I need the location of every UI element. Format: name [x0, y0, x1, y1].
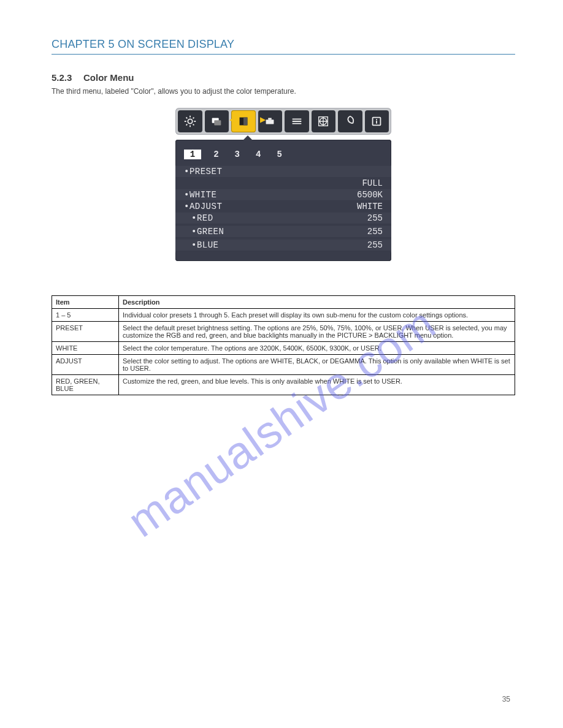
osd-tab-1[interactable]: 1: [184, 150, 201, 159]
osd-row-white[interactable]: •WHITE 6500K: [175, 189, 391, 200]
table-row: RED, GREEN, BLUE Customize the red, gree…: [52, 375, 515, 395]
table-cell-item: 1 – 5: [52, 309, 119, 322]
osd-tab-3[interactable]: 3: [231, 150, 243, 159]
osd-value-white: 6500K: [357, 190, 383, 200]
svg-rect-5: [266, 119, 274, 124]
osd-row-preset[interactable]: •PRESET: [175, 165, 391, 177]
svg-rect-10: [376, 119, 377, 120]
svg-rect-11: [376, 121, 377, 124]
svg-rect-2: [215, 120, 221, 125]
table-head-item: Item: [52, 296, 119, 309]
osd-value-green: 255: [367, 227, 383, 237]
table-head-desc: Description: [119, 296, 515, 309]
osd-screenshot: ◀ ▶ 1 2 3 4 5 •PRESET FULL •WHITE 6500K: [175, 108, 391, 261]
table-row: 1 – 5 Individual color presets 1 through…: [52, 309, 515, 322]
osd-row-preset-value: FULL: [175, 177, 391, 189]
color-icon[interactable]: [231, 110, 256, 132]
osd-value-preset: FULL: [362, 178, 383, 188]
table-cell-desc: Individual color presets 1 through 5. Ea…: [119, 309, 515, 322]
osd-label-blue: •BLUE: [184, 240, 219, 250]
eco-icon[interactable]: [338, 110, 362, 132]
osd-label-preset: •PRESET: [184, 167, 222, 176]
osd-label-red: •RED: [184, 213, 213, 223]
info-icon[interactable]: [365, 110, 389, 132]
manual-page: CHAPTER 5 ON SCREEN DISPLAY 5.2.3 Color …: [0, 0, 563, 728]
page-number: 35: [502, 695, 510, 703]
osd-preset-tabs: 1 2 3 4 5: [175, 146, 391, 165]
table-cell-desc: Customize the red, green, and blue level…: [119, 375, 515, 395]
osd-row-adjust[interactable]: •ADJUST WHITE: [175, 200, 391, 212]
table-cell-item: PRESET: [52, 322, 119, 342]
table-header-row: Item Description: [52, 296, 515, 309]
description-table: Item Description 1 – 5 Individual color …: [52, 295, 515, 395]
osd-value-blue: 255: [367, 240, 383, 250]
table-row: PRESET Select the default preset brightn…: [52, 322, 515, 342]
chapter-header: CHAPTER 5 ON SCREEN DISPLAY: [52, 38, 234, 51]
brightness-icon[interactable]: [178, 110, 202, 132]
table-cell-desc: Select the color setting to adjust. The …: [119, 355, 515, 375]
picture-icon[interactable]: [205, 110, 229, 132]
osd-tab-4[interactable]: 4: [252, 150, 264, 159]
svg-rect-4: [243, 118, 247, 126]
table-row: ADJUST Select the color setting to adjus…: [52, 355, 515, 375]
osd-label-white: •WHITE: [184, 190, 216, 200]
table-cell-desc: Select the default preset brightness set…: [119, 322, 515, 342]
osd-row-blue-bar: [175, 251, 391, 252]
table-cell-desc: Select the color temperature. The option…: [119, 342, 515, 355]
tools-icon[interactable]: [258, 110, 283, 132]
section-number: 5.2.3: [52, 72, 72, 83]
osd-row-red[interactable]: •RED 255: [175, 212, 391, 224]
geometry-icon[interactable]: [312, 110, 336, 132]
osd-row-green[interactable]: •GREEN 255: [175, 226, 391, 237]
section-description: The third menu, labeled "Color", allows …: [52, 87, 296, 96]
osd-panel: 1 2 3 4 5 •PRESET FULL •WHITE 6500K •ADJ…: [175, 140, 391, 261]
table-cell-item: RED, GREEN, BLUE: [52, 375, 119, 395]
table-cell-item: WHITE: [52, 342, 119, 355]
osd-tab-2[interactable]: 2: [210, 150, 222, 159]
table-cell-item: ADJUST: [52, 355, 119, 375]
osd-icon-bar: [175, 108, 391, 135]
svg-rect-6: [269, 118, 272, 120]
osd-row-blue[interactable]: •BLUE 255: [175, 239, 391, 251]
osd-value-red: 255: [367, 213, 383, 223]
section-title: Color Menu: [83, 72, 134, 83]
osd-label-green: •GREEN: [184, 227, 224, 237]
osd-tab-5[interactable]: 5: [274, 150, 286, 159]
option-icon[interactable]: [285, 110, 309, 132]
osd-value-adjust: WHITE: [357, 202, 383, 211]
svg-point-0: [188, 119, 192, 123]
header-rule: [52, 54, 515, 55]
osd-label-adjust: •ADJUST: [184, 202, 222, 211]
table-row: WHITE Select the color temperature. The …: [52, 342, 515, 355]
